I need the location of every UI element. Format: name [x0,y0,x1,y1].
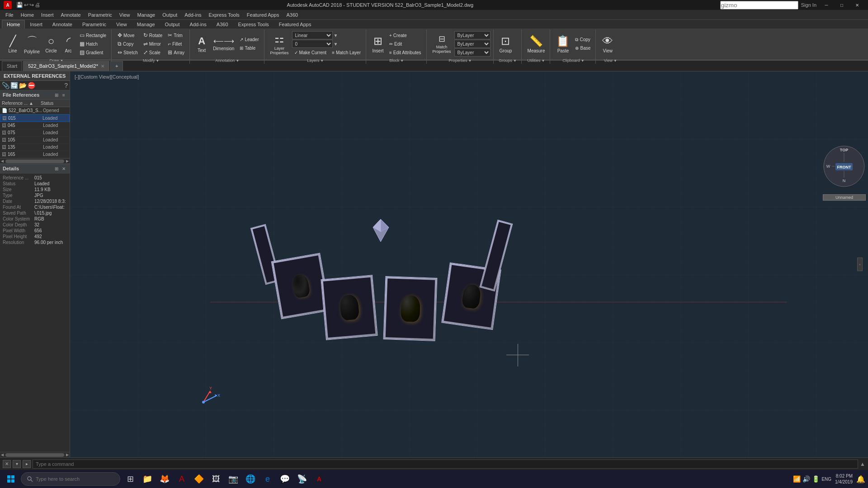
quick-access-undo[interactable]: ↩ [24,2,28,8]
command-input[interactable] [33,460,858,469]
menu-insert[interactable]: Insert [38,11,57,19]
text-btn[interactable]: A Text [193,30,210,57]
scale-btn[interactable]: ⤢Scale [141,48,165,56]
xref-detach-btn[interactable]: ⛔ [28,82,35,89]
start-tab[interactable]: Start [2,61,22,71]
taskbar-search[interactable] [21,472,120,486]
menu-annotate[interactable]: Annotate [57,11,85,19]
tab-output[interactable]: Output [160,20,185,28]
tab-home[interactable]: Home [2,20,25,28]
gradient-btn[interactable]: ▨Gradient [77,48,108,56]
viewport[interactable]: [-][Custom View][Conceptual] X Y [70,71,868,457]
taskbar-autocad[interactable]: A [311,471,327,487]
move-btn[interactable]: ✥Move [115,31,140,39]
menu-parametric[interactable]: Parametric [85,11,116,19]
taskbar-firefox[interactable]: 🦊 [156,471,173,487]
trim-btn[interactable]: ✂Trim [165,31,187,39]
cmd-close-btn[interactable]: ✕ [3,460,11,468]
xref-open-btn[interactable]: 📂 [19,82,27,89]
taskbar-app3[interactable]: 🖼 [208,471,224,487]
taskbar-explorer[interactable]: 📁 [139,471,156,487]
ref-item-045[interactable]: 🖼 045 Loaded [0,122,70,129]
view-btn[interactable]: 👁 View [599,30,616,57]
tab-manage[interactable]: Manage [132,20,160,28]
menu-featuredapps[interactable]: Featured Apps [243,11,283,19]
modify-label[interactable]: Modify ▼ [115,57,187,63]
minimize-btn[interactable]: ─ [819,1,834,9]
menu-expresstools[interactable]: Express Tools [205,11,243,19]
scroll-thumb[interactable] [5,160,64,163]
layer-linear-select[interactable]: Linear [292,31,333,39]
sign-in-btn[interactable]: Sign In [801,2,816,8]
taskbar-search-input[interactable] [36,476,99,482]
rotate-btn[interactable]: ↻Rotate [141,31,165,39]
bylayer-3-select[interactable]: ByLayer [454,48,491,56]
menu-addins[interactable]: Add-ins [181,11,205,19]
rectangle-btn[interactable]: ▭Rectangle [77,31,108,39]
stretch-btn[interactable]: ⇔Stretch [115,48,140,56]
ref-item-135[interactable]: 🖼 135 Loaded [0,144,70,151]
tab-view[interactable]: View [111,20,132,28]
copy-btn[interactable]: ⧉Copy [115,40,140,48]
details-scroll-left[interactable]: ◀ [1,453,4,457]
cmd-arrow-btn[interactable]: ▾ [13,460,21,468]
dimension-btn[interactable]: ⟵⟶ Dimension [211,30,236,57]
details-scroll-right[interactable]: ▶ [66,453,69,457]
group-btn[interactable]: ⊡ Group [497,30,514,57]
layer-0-dropdown-arrow[interactable]: ▼ [334,42,338,47]
taskbar-taskview[interactable]: ⊞ [122,471,138,487]
doc-tab-close[interactable]: ✕ [101,64,104,69]
tab-parametric[interactable]: Parametric [77,20,111,28]
tab-annotate[interactable]: Annotate [47,20,77,28]
ref-item-parent[interactable]: 📄 522_BalrO3_S... Opened [0,107,70,114]
menu-a360[interactable]: A360 [283,11,302,19]
layer-dropdown-arrow[interactable]: ▼ [334,33,338,38]
paste-btn[interactable]: 📋 Paste [554,30,572,57]
scroll-right-arrow[interactable]: ▶ [66,159,69,163]
taskbar-app6[interactable]: e [259,471,276,487]
cmd-expand-btn[interactable]: ▸ [23,460,31,468]
menu-view[interactable]: View [116,11,134,19]
ref-scrollbar[interactable]: ◀ ▶ [0,158,70,164]
right-expand-tab[interactable]: › [857,258,863,271]
ref-item-165[interactable]: 🖼 165 Loaded [0,151,70,158]
scroll-left-arrow[interactable]: ◀ [1,159,4,163]
details-scrollbar[interactable]: ◀ ▶ [0,452,70,457]
match-properties-btn[interactable]: ⊟ MatchProperties [430,30,453,57]
tab-addins[interactable]: Add-ins [185,20,212,28]
utilities-label[interactable]: Utilities ▼ [525,57,547,63]
tab-featuredapps[interactable]: Featured Apps [274,20,316,28]
tab-insert[interactable]: Insert [25,20,47,28]
unnamed-badge[interactable]: Unnamed [823,194,866,201]
tab-a360[interactable]: A360 [212,20,233,28]
base-btn[interactable]: ⊕Base [573,44,593,52]
insert-btn[interactable]: ⊞ Insert [370,30,386,57]
properties-label[interactable]: Properties ▼ [430,57,491,63]
menu-home[interactable]: Home [17,11,38,19]
tab-expresstools[interactable]: Express Tools [233,20,274,28]
cmd-scroll-up[interactable]: ▲ [860,461,865,467]
menu-manage[interactable]: Manage [133,11,159,19]
taskbar-app7[interactable]: 💬 [277,471,293,487]
bylayer-2-select[interactable]: ByLayer [454,40,491,48]
taskbar-app5[interactable]: 🌐 [242,471,259,487]
current-doc-tab[interactable]: 522_BalrO3_Sample1_Model2* ✕ [23,61,109,71]
tray-notification[interactable]: 🔔 [856,475,865,483]
taskbar-app1[interactable]: A [174,471,190,487]
tray-battery[interactable]: 🔋 [812,475,820,483]
layers-label[interactable]: Layers ▼ [268,57,363,63]
quick-access-redo[interactable]: ↪ [29,2,34,8]
groups-label[interactable]: Groups ▼ [497,57,519,63]
xref-attach-btn[interactable]: 📎 [2,82,9,89]
fillet-btn[interactable]: ⌐Fillet [165,40,187,48]
ref-status-col-header[interactable]: Status [41,101,68,106]
details-icon2[interactable]: ✕ [61,165,67,172]
measure-btn[interactable]: 📏 Measure [525,30,547,57]
close-btn[interactable]: ✕ [850,1,864,9]
layer-properties-btn[interactable]: ⚏ LayerProperties [268,30,291,57]
title-search[interactable] [720,1,798,9]
ref-item-105[interactable]: 🖼 105 Loaded [0,136,70,144]
edit-attributes-btn[interactable]: ≡Edit Attributes [387,48,424,56]
arc-btn[interactable]: ◜ Arc [60,30,76,57]
menu-file[interactable]: File [2,11,17,19]
